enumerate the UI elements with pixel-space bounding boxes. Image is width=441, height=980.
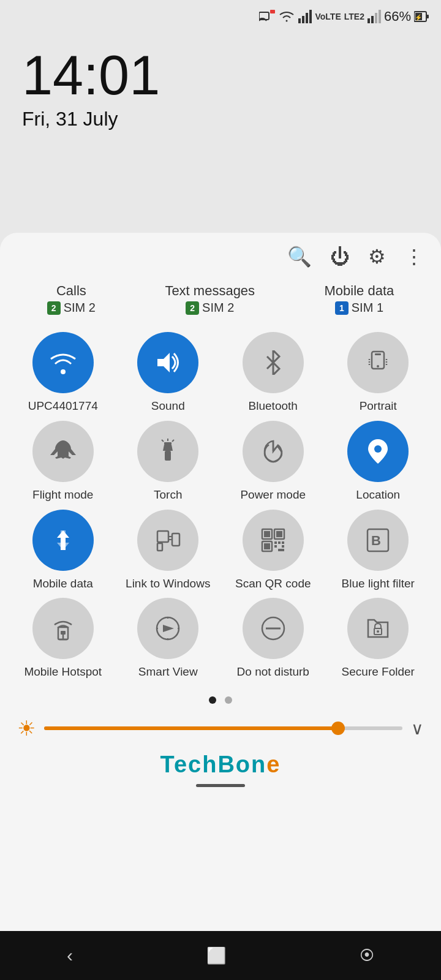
search-icon[interactable]: 🔍 bbox=[287, 245, 312, 268]
more-icon[interactable]: ⋮ bbox=[404, 245, 424, 268]
svg-point-14 bbox=[61, 369, 66, 374]
recents-button[interactable]: ⦿ bbox=[360, 947, 374, 964]
svg-marker-15 bbox=[157, 353, 170, 372]
tile-flight-mode[interactable]: Flight mode bbox=[12, 421, 114, 502]
svg-point-18 bbox=[377, 365, 379, 368]
svg-rect-2 bbox=[298, 18, 301, 23]
home-button[interactable]: ⬜ bbox=[206, 946, 226, 965]
sms-value: 2 SIM 2 bbox=[165, 301, 255, 315]
tile-sound[interactable]: Sound bbox=[118, 332, 219, 413]
svg-line-23 bbox=[172, 440, 174, 442]
svg-text:⚡: ⚡ bbox=[415, 13, 423, 21]
brightness-expand-icon[interactable]: ∨ bbox=[411, 718, 424, 739]
svg-rect-37 bbox=[278, 541, 281, 544]
svg-rect-4 bbox=[306, 13, 308, 23]
cast-icon bbox=[259, 10, 275, 23]
svg-rect-45 bbox=[61, 631, 66, 635]
sms-sim-text: SIM 2 bbox=[202, 301, 234, 315]
tile-location[interactable]: Location bbox=[328, 421, 429, 502]
svg-rect-41 bbox=[278, 549, 284, 551]
portrait-circle bbox=[347, 332, 409, 393]
torch-circle bbox=[137, 421, 198, 482]
power-mode-label: Power mode bbox=[240, 488, 306, 502]
tile-do-not-disturb[interactable]: Do not disturb bbox=[222, 598, 324, 679]
quick-settings-panel: 🔍 ⏻ ⚙ ⋮ Calls 2 SIM 2 Text messages 2 SI… bbox=[0, 233, 441, 931]
watermark: TechBone bbox=[160, 752, 281, 778]
blue-light-label: Blue light filter bbox=[342, 577, 415, 591]
tile-smart-view[interactable]: Smart View bbox=[118, 598, 219, 679]
power-icon[interactable]: ⏻ bbox=[330, 246, 350, 268]
brightness-fill bbox=[44, 726, 338, 730]
tile-mobile-hotspot[interactable]: Mobile Hotspot bbox=[12, 598, 114, 679]
calls-sim[interactable]: Calls 2 SIM 2 bbox=[47, 283, 96, 315]
tile-bluetooth[interactable]: Bluetooth bbox=[222, 332, 324, 413]
calls-sim-badge: 2 bbox=[47, 301, 61, 315]
svg-rect-33 bbox=[276, 531, 282, 537]
dnd-label: Do not disturb bbox=[237, 665, 309, 679]
status-icons: VoLTE LTE2 66% ⚡ bbox=[259, 9, 429, 24]
battery-text: 66% bbox=[384, 9, 411, 24]
tile-scan-qr[interactable]: Scan QR code bbox=[222, 510, 324, 591]
tile-secure-folder[interactable]: Secure Folder bbox=[328, 598, 429, 679]
data-sim[interactable]: Mobile data 1 SIM 1 bbox=[325, 283, 394, 315]
power-mode-circle bbox=[243, 421, 304, 482]
data-sim-badge: 1 bbox=[335, 301, 349, 315]
location-circle bbox=[347, 421, 409, 482]
brightness-track[interactable] bbox=[44, 726, 402, 730]
sms-sim-badge: 2 bbox=[186, 301, 199, 315]
tile-blue-light[interactable]: B Blue light filter bbox=[328, 510, 429, 591]
svg-rect-31 bbox=[264, 531, 270, 537]
home-indicator bbox=[196, 784, 245, 787]
sound-label: Sound bbox=[151, 399, 185, 413]
back-button[interactable]: ‹ bbox=[67, 945, 73, 966]
tile-wifi[interactable]: UPC4401774 bbox=[12, 332, 114, 413]
data-sim-text: SIM 1 bbox=[352, 301, 383, 315]
tile-mobile-data[interactable]: Mobile data bbox=[12, 510, 114, 591]
navigation-bar: ‹ ⬜ ⦿ bbox=[0, 931, 441, 980]
clock-time: 14:01 bbox=[22, 48, 419, 103]
svg-rect-25 bbox=[157, 531, 168, 542]
svg-rect-39 bbox=[274, 545, 277, 548]
tile-portrait[interactable]: Portrait bbox=[328, 332, 429, 413]
svg-point-24 bbox=[374, 445, 382, 453]
clock-date: Fri, 31 July bbox=[22, 108, 419, 130]
sms-sim[interactable]: Text messages 2 SIM 2 bbox=[165, 283, 255, 315]
dot-2 bbox=[225, 696, 232, 704]
tile-power-mode[interactable]: Power mode bbox=[222, 421, 324, 502]
wifi-label: UPC4401774 bbox=[28, 399, 98, 413]
svg-rect-3 bbox=[302, 16, 304, 23]
flight-mode-label: Flight mode bbox=[32, 488, 93, 502]
smart-view-label: Smart View bbox=[138, 665, 198, 679]
torch-label: Torch bbox=[154, 488, 182, 502]
status-bar: VoLTE LTE2 66% ⚡ bbox=[0, 0, 441, 29]
settings-icon[interactable]: ⚙ bbox=[368, 245, 386, 268]
svg-rect-27 bbox=[172, 533, 179, 546]
bluetooth-label: Bluetooth bbox=[249, 399, 298, 413]
svg-rect-36 bbox=[274, 541, 277, 544]
blue-light-circle: B bbox=[347, 510, 409, 571]
secure-folder-circle bbox=[347, 598, 409, 659]
wifi-icon bbox=[278, 10, 295, 23]
bluetooth-circle bbox=[243, 332, 304, 393]
brightness-sun-icon: ☀ bbox=[17, 716, 36, 741]
volte-badge: VoLTE bbox=[315, 12, 341, 21]
calls-value: 2 SIM 2 bbox=[47, 301, 96, 315]
svg-line-22 bbox=[162, 440, 164, 442]
toolbar: 🔍 ⏻ ⚙ ⋮ bbox=[0, 233, 441, 277]
mobile-data-circle bbox=[32, 510, 94, 571]
tile-torch[interactable]: Torch bbox=[118, 421, 219, 502]
battery-icon: ⚡ bbox=[414, 10, 429, 23]
smart-view-circle bbox=[137, 598, 198, 659]
svg-rect-20 bbox=[164, 442, 172, 445]
tiles-grid: UPC4401774 Sound Bluetooth bbox=[0, 326, 441, 685]
svg-rect-17 bbox=[375, 353, 381, 355]
svg-rect-35 bbox=[264, 543, 270, 549]
tile-link-windows[interactable]: Link to Windows bbox=[118, 510, 219, 591]
brightness-bar[interactable]: ☀ ∨ bbox=[0, 710, 441, 747]
brightness-thumb bbox=[331, 722, 345, 735]
page-dots bbox=[0, 685, 441, 710]
svg-rect-7 bbox=[371, 16, 374, 23]
signal2-icon bbox=[368, 10, 381, 23]
svg-rect-19 bbox=[165, 451, 171, 461]
svg-rect-9 bbox=[379, 10, 381, 23]
